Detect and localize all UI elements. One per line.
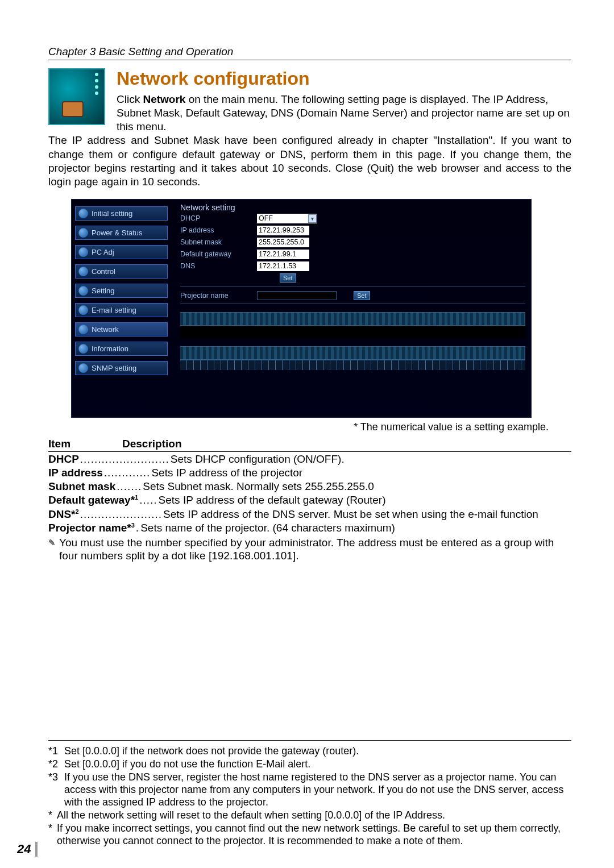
sidebar-item-power-status[interactable]: Power & Status — [75, 226, 168, 240]
sidebar-item-email-setting[interactable]: E-mail setting — [75, 303, 168, 317]
body-paragraph: The IP address and Subnet Mask have been… — [48, 134, 571, 189]
desc-row: IP address.............Sets IP address o… — [48, 466, 571, 479]
sidebar: Initial setting Power & Status PC Adj Co… — [72, 200, 171, 417]
chevron-down-icon[interactable]: ▾ — [308, 214, 317, 223]
footnote: *All the network setting will reset to t… — [48, 809, 571, 822]
sidebar-icon — [78, 286, 88, 296]
sidebar-item-snmp-setting[interactable]: SNMP setting — [75, 361, 168, 375]
subnet-field[interactable]: 255.255.255.0 — [257, 238, 309, 247]
pen-icon: ✎ — [48, 537, 56, 563]
footnote: *1Set [0.0.0.0] if the network does not … — [48, 745, 571, 758]
sidebar-label: Network — [92, 325, 119, 334]
chapter-header: Chapter 3 Basic Setting and Operation — [48, 45, 571, 60]
sidebar-item-setting[interactable]: Setting — [75, 284, 168, 298]
decorative-band — [180, 346, 525, 360]
desc-row: Projector name*3.Sets name of the projec… — [48, 521, 571, 534]
description-table: Item Description DHCP...................… — [48, 438, 571, 563]
label-dns: DNS — [180, 262, 257, 270]
sidebar-icon — [78, 228, 88, 238]
dns-field[interactable]: 172.21.1.53 — [257, 261, 309, 271]
sidebar-icon — [78, 344, 88, 354]
sidebar-icon — [78, 325, 88, 334]
col-description: Description — [122, 438, 182, 450]
section-heading: Network configuration — [117, 68, 571, 89]
screenshot-caption: * The numerical value is a setting examp… — [48, 421, 549, 433]
gateway-field[interactable]: 172.21.99.1 — [257, 250, 309, 259]
sidebar-item-information[interactable]: Information — [75, 342, 168, 356]
label-dhcp: DHCP — [180, 214, 257, 222]
desc-row: Default gateway*1.....Sets IP address of… — [48, 493, 571, 506]
sidebar-icon — [78, 247, 88, 257]
decorative-band — [180, 326, 525, 338]
sidebar-icon — [78, 305, 88, 315]
label-projector-name: Projector name — [180, 292, 257, 300]
desc-row: DHCP.........................Sets DHCP c… — [48, 452, 571, 466]
sidebar-label: Control — [92, 267, 115, 276]
sidebar-label: Setting — [92, 286, 114, 295]
label-gateway: Default gateway — [180, 250, 257, 258]
sidebar-icon — [78, 363, 88, 373]
sidebar-label: E-mail setting — [92, 306, 136, 314]
footnote: *3If you use the DNS server, register th… — [48, 771, 571, 809]
set-button-pname[interactable]: Set — [354, 291, 370, 300]
footnote: *If you make incorrect settings, you can… — [48, 823, 571, 848]
sidebar-item-initial-setting[interactable]: Initial setting — [75, 206, 168, 221]
settings-panel: Network setting DHCP OFF ▾ IP address172… — [171, 200, 531, 417]
sidebar-label: SNMP setting — [92, 364, 136, 372]
decorative-ticks — [180, 360, 525, 370]
desc-row: DNS*2.......................Sets IP addr… — [48, 508, 571, 521]
sidebar-item-network[interactable]: Network — [75, 322, 168, 337]
projector-name-field[interactable] — [257, 291, 337, 300]
label-subnet: Subnet mask — [180, 238, 257, 246]
sidebar-label: Power & Status — [92, 229, 143, 237]
set-button-network[interactable]: Set — [280, 273, 296, 283]
ip-field[interactable]: 172.21.99.253 — [257, 226, 309, 235]
sidebar-label: Initial setting — [92, 209, 132, 218]
footnotes: *1Set [0.0.0.0] if the network does not … — [48, 740, 571, 848]
sidebar-item-pc-adj[interactable]: PC Adj — [75, 245, 168, 259]
page-number: 24 — [17, 842, 38, 857]
sidebar-item-control[interactable]: Control — [75, 264, 168, 279]
sidebar-label: Information — [92, 344, 128, 353]
label-ip: IP address — [180, 226, 257, 234]
dhcp-value: OFF — [259, 214, 273, 223]
footnote: *2Set [0.0.0.0] if you do not use the fu… — [48, 758, 571, 771]
panel-title: Network setting — [180, 203, 525, 212]
network-setting-screenshot: Initial setting Power & Status PC Adj Co… — [71, 199, 532, 418]
dhcp-select[interactable]: OFF ▾ — [257, 214, 317, 223]
decorative-band — [180, 312, 525, 326]
col-item: Item — [48, 438, 122, 450]
section-projector-icon — [48, 68, 105, 125]
usage-note: ✎ You must use the number specified by y… — [48, 537, 571, 563]
sidebar-label: PC Adj — [92, 248, 114, 256]
sidebar-icon — [78, 267, 88, 276]
sidebar-icon — [78, 209, 88, 218]
intro-paragraph: Click Network on the main menu. The foll… — [117, 93, 571, 134]
desc-row: Subnet mask.......Sets Subnet mask. Norm… — [48, 480, 571, 493]
